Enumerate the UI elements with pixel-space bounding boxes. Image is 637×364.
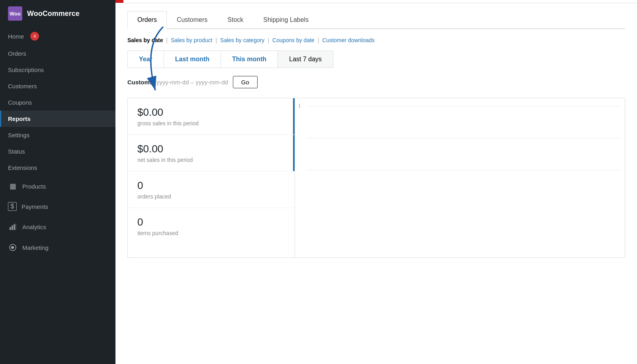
stat-items-label: items purchased xyxy=(137,230,285,236)
main-content: Orders Customers Stock Shipping Labels S… xyxy=(115,0,637,364)
sidebar-item-label: Subscriptions xyxy=(8,66,44,73)
chart-grid-line-mid xyxy=(307,138,621,138)
stats-container: $0.00 gross sales in this period $0.00 n… xyxy=(127,98,625,258)
sidebar-item-label: Home xyxy=(8,33,24,40)
go-button[interactable]: Go xyxy=(233,76,258,88)
sidebar-section-marketing[interactable]: Marketing xyxy=(0,237,115,258)
stat-orders-value: 0 xyxy=(137,179,285,192)
stat-orders-placed: 0 orders placed xyxy=(128,171,295,208)
sub-link-sales-by-product[interactable]: Sales by product xyxy=(171,37,212,43)
period-tab-this-month[interactable]: This month xyxy=(221,51,278,68)
main-tabs: Orders Customers Stock Shipping Labels xyxy=(127,11,625,29)
chart-area: 1 xyxy=(295,98,625,257)
content-inner: Orders Customers Stock Shipping Labels S… xyxy=(115,3,637,364)
sidebar-item-label: Coupons xyxy=(8,99,32,106)
sidebar-item-orders[interactable]: Orders xyxy=(0,45,115,62)
sub-link-sales-by-date[interactable]: Sales by date xyxy=(127,37,163,43)
tab-stock[interactable]: Stock xyxy=(217,11,253,29)
chart-y-label: 1 xyxy=(298,103,301,109)
home-badge: 4 xyxy=(30,32,39,41)
svg-rect-1 xyxy=(12,226,13,230)
chart-grid-line-top xyxy=(307,106,621,107)
stat-net-value: $0.00 xyxy=(137,143,285,155)
custom-label: Custom: xyxy=(127,79,152,86)
sidebar-nav: Home 4 Orders Subscriptions Customers Co… xyxy=(0,27,115,364)
stat-net-sales: $0.00 net sales in this period xyxy=(128,135,295,171)
stat-items-value: 0 xyxy=(137,216,285,228)
tab-customers[interactable]: Customers xyxy=(167,11,217,29)
sidebar-item-label: Reports xyxy=(8,115,31,122)
stat-orders-label: orders placed xyxy=(137,193,285,200)
stat-items-purchased: 0 items purchased xyxy=(128,208,295,244)
sub-link-sales-by-category[interactable]: Sales by category xyxy=(220,37,264,43)
sidebar-section-label: Products xyxy=(22,183,46,190)
sidebar-item-coupons[interactable]: Coupons xyxy=(0,94,115,111)
period-tab-year[interactable]: Year xyxy=(128,51,164,68)
sidebar-item-label: Customers xyxy=(8,83,37,90)
sidebar-item-label: Orders xyxy=(8,50,26,57)
woo-logo-icon: Woo xyxy=(8,6,22,21)
products-icon: ▦ xyxy=(8,181,18,191)
sidebar-logo[interactable]: Woo WooCommerce xyxy=(0,0,115,27)
svg-rect-3 xyxy=(16,224,16,230)
tab-orders[interactable]: Orders xyxy=(127,11,167,29)
arrow-container: Year Last month This month Last 7 days xyxy=(127,51,625,68)
sidebar-item-home[interactable]: Home 4 xyxy=(0,27,115,45)
sidebar-logo-text: WooCommerce xyxy=(27,10,80,18)
sidebar: Woo WooCommerce Home 4 Orders Subscripti… xyxy=(0,0,115,364)
stat-gross-label: gross sales in this period xyxy=(137,120,285,127)
net-bar xyxy=(293,135,295,171)
stat-gross-sales: $0.00 gross sales in this period xyxy=(128,98,295,135)
svg-rect-2 xyxy=(14,224,15,230)
marketing-icon xyxy=(8,243,18,252)
period-tab-last-7-days[interactable]: Last 7 days xyxy=(278,51,333,68)
sidebar-item-status[interactable]: Status xyxy=(0,143,115,160)
stat-gross-value: $0.00 xyxy=(137,106,285,119)
content-area: Orders Customers Stock Shipping Labels S… xyxy=(115,3,637,364)
custom-date-row: Custom: yyyy-mm-dd – yyyy-mm-dd Go xyxy=(127,76,625,88)
top-bar xyxy=(115,0,637,3)
sidebar-section-label: Analytics xyxy=(22,224,46,230)
sidebar-section-products[interactable]: ▦ Products xyxy=(0,176,115,197)
period-tabs: Year Last month This month Last 7 days xyxy=(127,51,333,68)
sidebar-item-settings[interactable]: Settings xyxy=(0,127,115,143)
payments-icon: $ xyxy=(8,202,17,211)
sidebar-item-label: Settings xyxy=(8,132,29,138)
tab-shipping-labels[interactable]: Shipping Labels xyxy=(253,11,318,29)
chart-grid-line-low xyxy=(307,170,621,170)
sub-links: Sales by date | Sales by product | Sales… xyxy=(127,37,625,43)
sidebar-item-reports[interactable]: Reports xyxy=(0,111,115,127)
sidebar-item-customers[interactable]: Customers xyxy=(0,78,115,94)
sidebar-item-label: Extensions xyxy=(8,164,37,171)
gross-bar xyxy=(293,98,295,134)
stat-net-label: net sales in this period xyxy=(137,157,285,163)
sidebar-item-label: Status xyxy=(8,148,25,155)
period-tab-last-month[interactable]: Last month xyxy=(164,51,221,68)
red-accent xyxy=(115,0,123,3)
stats-left: $0.00 gross sales in this period $0.00 n… xyxy=(128,98,295,257)
sidebar-section-label: Payments xyxy=(21,203,48,210)
svg-rect-0 xyxy=(10,227,11,230)
sidebar-section-payments[interactable]: $ Payments xyxy=(0,197,115,216)
sidebar-item-subscriptions[interactable]: Subscriptions xyxy=(0,62,115,78)
analytics-icon xyxy=(8,222,18,232)
sub-link-coupons-by-date[interactable]: Coupons by date xyxy=(272,37,315,43)
custom-date-placeholder[interactable]: yyyy-mm-dd – yyyy-mm-dd xyxy=(156,79,228,86)
sidebar-item-extensions[interactable]: Extensions xyxy=(0,160,115,176)
sidebar-section-label: Marketing xyxy=(22,244,49,251)
sub-link-customer-downloads[interactable]: Customer downloads xyxy=(322,37,375,43)
sidebar-section-analytics[interactable]: Analytics xyxy=(0,216,115,237)
